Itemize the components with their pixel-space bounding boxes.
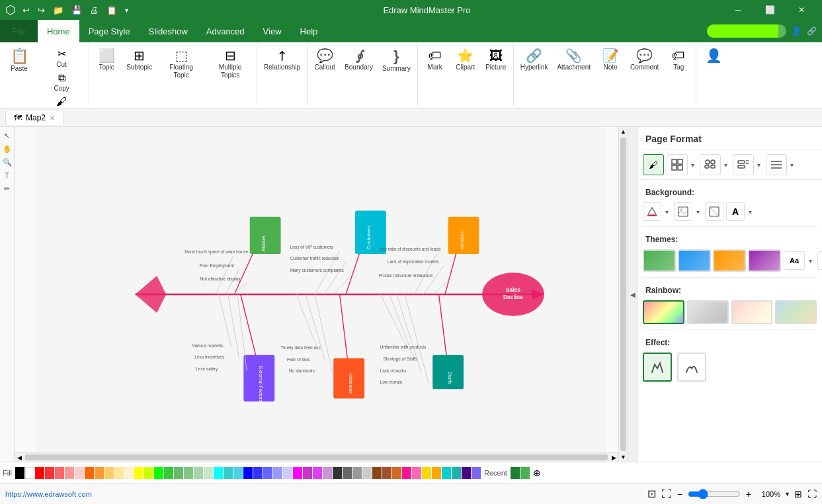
theme-item-1[interactable] (643, 249, 676, 272)
bg-image-button[interactable] (674, 202, 692, 221)
swatch-green-5[interactable] (194, 467, 203, 479)
swatch-magenta-1[interactable] (402, 467, 411, 479)
swatch-pink-3[interactable] (75, 467, 84, 479)
panel-grid3-button[interactable] (733, 154, 754, 175)
swatch-green-2[interactable] (164, 467, 173, 479)
swatch-orange-1[interactable] (85, 467, 94, 479)
bg-text-button[interactable]: A (726, 202, 745, 221)
website-link[interactable]: https://www.edrawsoft.com (5, 490, 92, 498)
rainbow-item-3[interactable] (731, 300, 773, 324)
zoom-in-button[interactable]: + (746, 489, 751, 499)
bg-color-arrow[interactable]: ▾ (662, 201, 671, 222)
left-tool-select[interactable]: ↖ (1, 130, 13, 142)
effect-item-2[interactable] (677, 353, 706, 382)
swatch-purple-2[interactable] (303, 467, 312, 479)
swatch-magenta-2[interactable] (412, 467, 421, 479)
menu-item-advanced[interactable]: Advanced (197, 20, 254, 42)
rainbow-item-2[interactable] (687, 300, 729, 324)
tab-map2[interactable]: 🗺 Map2 ✕ (5, 110, 63, 125)
zoom-slider[interactable] (688, 489, 741, 499)
summary-button[interactable]: } Summary (378, 46, 415, 75)
v-scrollbar[interactable]: ▲ ▼ (618, 127, 628, 462)
theme-item-2[interactable] (678, 249, 711, 272)
swatch-brown-3[interactable] (392, 467, 401, 479)
left-tool-text[interactable]: T (1, 169, 13, 181)
left-tool-zoom[interactable]: 🔍 (1, 156, 13, 168)
panel-grid1-arrow[interactable]: ▾ (688, 154, 697, 175)
paste-button[interactable]: 📋 Paste (3, 46, 36, 75)
panel-grid3-arrow[interactable]: ▾ (754, 154, 763, 175)
swatch-lime-1[interactable] (144, 467, 153, 479)
close-button[interactable]: ✕ (786, 0, 817, 20)
swatch-orange-red[interactable] (45, 467, 54, 479)
menu-item-help[interactable]: Help (291, 20, 327, 42)
minimize-button[interactable]: ─ (723, 0, 753, 20)
swatch-gray-3[interactable] (352, 467, 362, 479)
swatch-indigo-1[interactable] (462, 467, 471, 479)
panel-grid1-button[interactable] (667, 154, 688, 175)
left-tool-draw[interactable]: ✏ (1, 183, 13, 194)
cut-button[interactable]: ✂ Cut (37, 46, 86, 69)
swatch-white[interactable] (25, 467, 34, 479)
floating-topic-button[interactable]: ⬚ Floating Topic (157, 46, 205, 82)
fit-width-button[interactable]: ⊞ (794, 489, 802, 499)
format-painter-button[interactable]: 🖌 Format Painter (37, 95, 86, 108)
swatch-yellow-1[interactable] (114, 467, 124, 479)
effect-item-1[interactable] (643, 353, 672, 382)
bg-image-arrow[interactable]: ▾ (693, 201, 702, 222)
recent-color-1[interactable] (511, 467, 520, 479)
swatch-gold-1[interactable] (422, 467, 431, 479)
swatch-brown-2[interactable] (382, 467, 391, 479)
fit-view-button[interactable]: ⊡ (647, 487, 656, 500)
maximize-button[interactable]: ⬜ (755, 0, 785, 20)
swatch-brown-1[interactable] (372, 467, 382, 479)
swatch-cyan-2[interactable] (452, 467, 461, 479)
zoom-out-button[interactable]: − (677, 489, 682, 499)
mark-button[interactable]: 🏷 Mark (421, 46, 450, 74)
scroll-up-btn[interactable]: ▲ (619, 127, 628, 136)
relationship-button[interactable]: ↗ Relationship (260, 46, 304, 74)
print-button[interactable]: 🖨 (87, 4, 101, 17)
swatch-purple-3[interactable] (313, 467, 322, 479)
scroll-thumb-v[interactable] (620, 138, 626, 451)
rainbow-item-1[interactable] (643, 300, 684, 324)
swatch-teal-1[interactable] (214, 467, 223, 479)
swatch-blue-3[interactable] (263, 467, 272, 479)
scroll-down-btn[interactable]: ▼ (619, 452, 628, 462)
user-task-button[interactable]: 👤 (699, 46, 728, 66)
swatch-green-1[interactable] (154, 467, 163, 479)
theme-item-4[interactable] (748, 249, 781, 272)
note-button[interactable]: 📝 Note (596, 46, 625, 74)
swatch-purple-4[interactable] (323, 467, 332, 479)
clipboard-button[interactable]: 📋 (104, 4, 120, 17)
swatch-blue-2[interactable] (253, 467, 263, 479)
picture-button[interactable]: 🖼 Picture (481, 46, 511, 74)
multiple-topics-button[interactable]: ⊟ Multiple Topics (206, 46, 254, 82)
swatch-gray-2[interactable] (343, 467, 352, 479)
panel-grid4-arrow[interactable]: ▾ (787, 154, 796, 175)
swatch-purple-1[interactable] (293, 467, 302, 479)
zoom-dropdown[interactable]: ▾ (786, 490, 789, 497)
menu-item-page-style[interactable]: Page Style (79, 20, 140, 42)
copy-button[interactable]: ⧉ Copy (37, 71, 86, 93)
open-button[interactable]: 📁 (50, 4, 66, 17)
callout-button[interactable]: 💬 Callout (310, 46, 339, 74)
bg-clear-button[interactable] (705, 202, 723, 221)
swatch-gray-4[interactable] (362, 467, 372, 479)
left-tool-hand[interactable]: ✋ (1, 143, 13, 155)
swatch-blue-4[interactable] (273, 467, 282, 479)
recent-color-2[interactable] (520, 467, 530, 479)
rainbow-item-4[interactable] (775, 300, 817, 324)
swatch-teal-3[interactable] (233, 467, 243, 479)
panel-collapse-button[interactable]: ◀ (628, 127, 637, 462)
panel-brush-button[interactable]: 🖌 (643, 154, 664, 175)
tab-map2-close[interactable]: ✕ (50, 114, 55, 122)
swatch-pink-2[interactable] (65, 467, 74, 479)
menu-item-view[interactable]: View (254, 20, 291, 42)
bg-text-arrow[interactable]: ▾ (745, 201, 755, 222)
swatch-yellow-3[interactable] (134, 467, 144, 479)
swatch-orange-2[interactable] (95, 467, 104, 479)
swatch-green-4[interactable] (184, 467, 193, 479)
scroll-right-btn[interactable]: ▶ (609, 453, 618, 462)
menu-item-file[interactable]: File (0, 20, 38, 42)
